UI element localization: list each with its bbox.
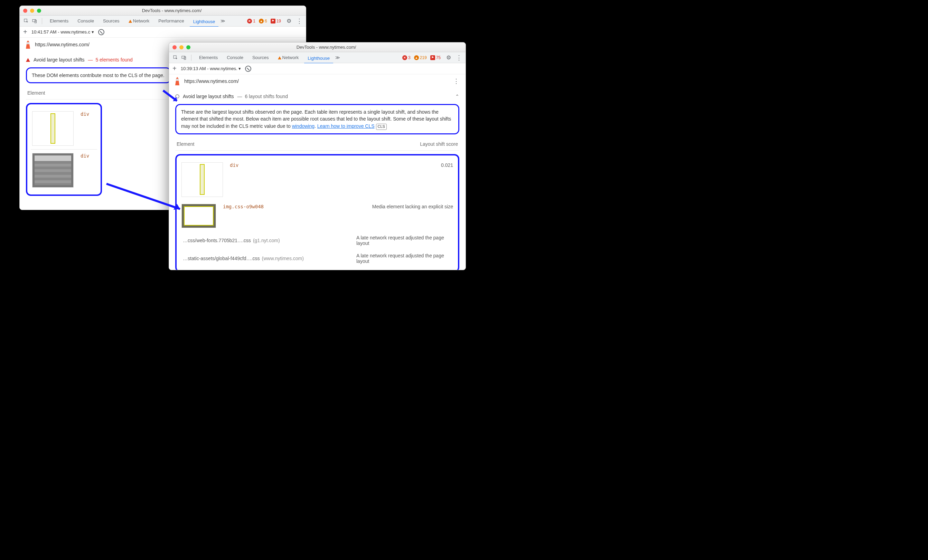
device-icon[interactable]: [32, 18, 38, 24]
separator: [42, 18, 42, 24]
tab-elements[interactable]: Elements: [195, 53, 221, 61]
element-thumbnail: [32, 111, 73, 146]
audit-description: These DOM elements contribute most to th…: [32, 73, 165, 78]
error-icon: ✕: [247, 19, 252, 23]
tab-network[interactable]: Network: [125, 17, 153, 25]
report-content[interactable]: Avoid large layout shifts — 6 layout shi…: [169, 88, 466, 270]
warning-count[interactable]: ▲6: [259, 19, 267, 23]
clear-icon[interactable]: [245, 65, 251, 72]
file-domain: (g1.nyt.com): [253, 238, 280, 243]
chevron-up-icon[interactable]: ⌃: [455, 94, 459, 99]
devtools-window-2: DevTools - www.nytimes.com/ Elements Con…: [169, 42, 466, 270]
shift-reason: A late network request adjusted the page…: [356, 235, 453, 246]
report-url: https://www.nytimes.com/: [35, 42, 90, 47]
annotation-arrow: [106, 183, 189, 219]
warning-icon: [128, 20, 132, 23]
file-domain: (www.nytimes.com): [262, 256, 304, 261]
titlebar: DevTools - www.nytimes.com/: [20, 6, 306, 15]
table-row[interactable]: div: [31, 108, 97, 149]
file-name: …css/web-fonts.7705b21….css: [183, 238, 251, 243]
tab-elements[interactable]: Elements: [46, 17, 72, 25]
new-report-button[interactable]: +: [23, 28, 27, 36]
device-icon[interactable]: [181, 55, 187, 61]
element-tag: div: [230, 162, 238, 168]
lighthouse-subbar: + 10:39:13 AM - www.nytimes. ▾: [169, 63, 466, 74]
col-element: Element: [177, 141, 194, 147]
more-tabs-icon[interactable]: ≫: [220, 18, 225, 23]
shift-reason: A late network request adjusted the page…: [356, 253, 453, 264]
new-report-button[interactable]: +: [172, 65, 177, 73]
tabbar: Elements Console Sources Network Lightho…: [169, 52, 466, 63]
window-title: DevTools - www.nytimes.com/: [191, 44, 462, 50]
status-summary: ✕1 ▲6 ⚑19: [247, 19, 281, 23]
report-select[interactable]: 10:41:57 AM - www.nytimes.c ▾: [32, 29, 94, 35]
svg-rect-1: [32, 19, 36, 22]
tab-console[interactable]: Console: [223, 53, 247, 61]
menu-icon[interactable]: ⋮: [296, 17, 302, 25]
tab-sources[interactable]: Sources: [99, 17, 123, 25]
table-row[interactable]: div: [31, 149, 97, 191]
tab-lighthouse[interactable]: Lighthouse: [190, 18, 219, 27]
table-row[interactable]: …css/web-fonts.7705b21….css (g1.nyt.com)…: [180, 231, 455, 250]
error-count[interactable]: ✕3: [402, 55, 411, 60]
separator: [191, 55, 191, 61]
settings-icon[interactable]: ⚙: [446, 54, 451, 61]
zoom-icon[interactable]: [37, 9, 41, 13]
settings-icon[interactable]: ⚙: [287, 18, 292, 24]
tab-lighthouse[interactable]: Lighthouse: [304, 54, 333, 64]
more-tabs-icon[interactable]: ≫: [335, 55, 340, 60]
elements-callout: div div: [26, 103, 102, 196]
element-tag: div: [81, 111, 89, 117]
inspect-icon[interactable]: [23, 18, 29, 24]
audit-description-callout: These DOM elements contribute most to th…: [26, 67, 171, 83]
lighthouse-icon: [24, 40, 32, 49]
violation-count[interactable]: ⚑75: [430, 55, 441, 60]
traffic-lights: [23, 9, 41, 13]
table-header: Element Layout shift score: [175, 137, 459, 151]
audit-header[interactable]: Avoid large layout shifts — 6 layout shi…: [175, 91, 459, 104]
table-row[interactable]: img.css-o9w048 Media element lacking an …: [180, 200, 455, 231]
fail-icon: [26, 58, 30, 62]
audit-count: — 5 elements found: [88, 57, 133, 62]
violation-icon: ⚑: [271, 19, 275, 23]
elements-callout: div 0.021 img.css-o9w048 Media element l…: [175, 154, 459, 270]
audit-count: — 6 layout shifts found: [237, 94, 288, 99]
status-summary: ✕3 ▲219 ⚑75: [402, 55, 441, 60]
tab-console[interactable]: Console: [74, 17, 98, 25]
tab-network[interactable]: Network: [275, 53, 302, 61]
report-select[interactable]: 10:39:13 AM - www.nytimes. ▾: [181, 66, 241, 71]
table-row[interactable]: …static-assets/global-f449cfd….css (www.…: [180, 250, 455, 267]
close-icon[interactable]: [172, 45, 177, 49]
cls-score: 0.021: [441, 162, 453, 168]
zoom-icon[interactable]: [186, 45, 191, 49]
violation-count[interactable]: ⚑19: [271, 19, 281, 23]
report-menu-icon[interactable]: ⋮: [452, 78, 461, 85]
warning-icon: [278, 56, 281, 59]
error-icon: ✕: [402, 55, 407, 60]
url-row: https://www.nytimes.com/ ⋮: [169, 74, 466, 88]
close-icon[interactable]: [23, 9, 27, 13]
minimize-icon[interactable]: [179, 45, 183, 49]
titlebar: DevTools - www.nytimes.com/: [169, 43, 466, 52]
file-name: …static-assets/global-f449cfd….css: [183, 256, 260, 261]
link-windowing[interactable]: windowing: [292, 123, 314, 129]
warning-count[interactable]: ▲219: [414, 55, 427, 60]
report-url: https://www.nytimes.com/: [184, 78, 239, 84]
tab-sources[interactable]: Sources: [249, 53, 272, 61]
clear-icon[interactable]: [98, 29, 104, 35]
audit-title: Avoid large layout shifts: [34, 57, 85, 62]
table-row[interactable]: div 0.021: [180, 159, 455, 200]
minimize-icon[interactable]: [30, 9, 34, 13]
element-tag: div: [81, 153, 89, 158]
element-tag: img.css-o9w048: [223, 204, 264, 209]
lighthouse-subbar: + 10:41:57 AM - www.nytimes.c ▾: [20, 27, 306, 38]
inspect-icon[interactable]: [172, 55, 179, 61]
error-count[interactable]: ✕1: [247, 19, 255, 23]
menu-icon[interactable]: ⋮: [456, 54, 462, 61]
window-title: DevTools - www.nytimes.com/: [41, 8, 302, 13]
audit-title: Avoid large layout shifts: [183, 94, 234, 99]
svg-rect-4: [182, 56, 185, 58]
audit-description: These are the largest layout shifts obse…: [181, 109, 451, 129]
link-learn-cls[interactable]: Learn how to improve CLS: [317, 123, 375, 129]
tab-performance[interactable]: Performance: [155, 17, 187, 25]
